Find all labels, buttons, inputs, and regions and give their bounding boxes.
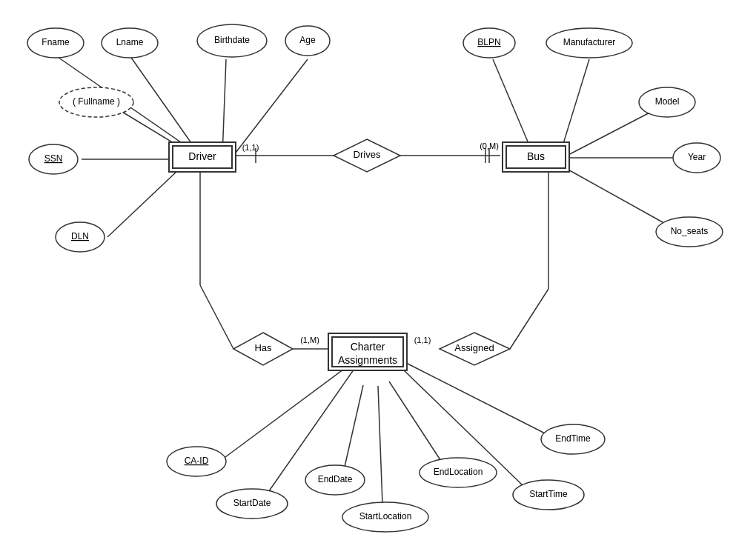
svg-line-11 bbox=[566, 168, 676, 230]
lname-label: Lname bbox=[116, 37, 144, 47]
year-label: Year bbox=[688, 152, 706, 162]
svg-line-2 bbox=[222, 59, 226, 156]
charter-entity-label2: Assignments bbox=[338, 354, 397, 366]
er-diagram: Drives Has Assigned Driver Bus Charter A… bbox=[0, 0, 736, 560]
svg-line-9 bbox=[567, 107, 660, 156]
startdate-label: StartDate bbox=[233, 498, 271, 508]
svg-line-26 bbox=[378, 386, 382, 504]
fname-label: Fname bbox=[42, 37, 70, 47]
starttime-label: StartTime bbox=[529, 489, 568, 499]
fullname-label: ( Fullname ) bbox=[73, 96, 120, 107]
ssn-label: SSN bbox=[44, 153, 63, 164]
driver-entity-label: Driver bbox=[188, 150, 216, 162]
drives-label: Drives bbox=[354, 149, 381, 160]
card-has-charter: (1,M) bbox=[300, 336, 319, 344]
svg-line-18 bbox=[200, 285, 233, 349]
model-label: Model bbox=[655, 96, 680, 107]
assigned-label: Assigned bbox=[454, 342, 494, 353]
svg-line-3 bbox=[233, 59, 308, 156]
caid-label: CA-ID bbox=[185, 456, 209, 466]
svg-line-20 bbox=[510, 289, 548, 349]
svg-line-29 bbox=[406, 363, 552, 437]
endlocation-label: EndLocation bbox=[434, 467, 483, 477]
svg-line-8 bbox=[560, 59, 589, 156]
blpn-label: BLPN bbox=[477, 37, 500, 47]
svg-line-6 bbox=[107, 170, 178, 237]
card-assigned-charter: (1,1) bbox=[414, 336, 431, 344]
svg-line-25 bbox=[345, 385, 363, 467]
card-driver-drives: (1,1) bbox=[242, 143, 259, 152]
bus-entity-label: Bus bbox=[527, 150, 545, 162]
svg-line-1 bbox=[130, 56, 200, 156]
age-label: Age bbox=[299, 35, 316, 45]
manufacturer-label: Manufacturer bbox=[563, 37, 616, 47]
noseats-label: No_seats bbox=[671, 226, 709, 236]
startlocation-label: StartLocation bbox=[359, 511, 412, 521]
svg-line-23 bbox=[222, 363, 352, 459]
endtime-label: EndTime bbox=[555, 433, 591, 444]
card-bus-drives: (0,M) bbox=[480, 141, 499, 150]
dln-label: DLN bbox=[71, 231, 89, 241]
svg-line-27 bbox=[389, 381, 445, 467]
enddate-label: EndDate bbox=[318, 474, 353, 484]
has-label: Has bbox=[254, 342, 272, 353]
svg-line-7 bbox=[493, 59, 534, 156]
charter-entity-label: Charter bbox=[351, 341, 385, 353]
birthdate-label: Birthdate bbox=[214, 35, 250, 45]
